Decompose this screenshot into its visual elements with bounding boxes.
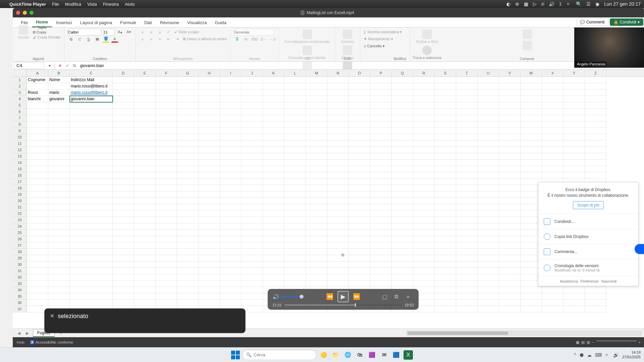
sheet-nav-prev-icon[interactable]: ◀ <box>16 331 22 336</box>
cell[interactable] <box>48 223 70 230</box>
cell[interactable] <box>241 160 263 166</box>
cell[interactable] <box>134 223 156 230</box>
cell[interactable] <box>27 287 48 293</box>
cell[interactable] <box>134 109 156 115</box>
cell[interactable] <box>48 179 70 185</box>
row-header[interactable]: 32 <box>13 274 27 281</box>
cell[interactable] <box>113 198 134 204</box>
tab-page-layout[interactable]: Layout di pagina <box>76 18 116 27</box>
taskbar-search[interactable]: 🔍 Cerca <box>243 350 316 360</box>
cell[interactable] <box>542 89 564 96</box>
cell[interactable] <box>263 217 284 223</box>
cell[interactable] <box>478 255 499 261</box>
cell[interactable] <box>134 249 156 255</box>
cell[interactable] <box>435 172 456 179</box>
cell[interactable] <box>456 204 478 210</box>
row-header[interactable]: 26 <box>13 236 27 242</box>
cell[interactable] <box>456 77 478 83</box>
menubar-edit[interactable]: Modifica <box>65 2 81 7</box>
cell[interactable] <box>413 179 435 185</box>
row-header[interactable]: 31 <box>13 268 27 274</box>
menubar-status-icon[interactable]: ⊚ <box>515 1 519 7</box>
cell[interactable] <box>349 121 370 128</box>
row-header[interactable]: 14 <box>13 160 27 166</box>
cell[interactable] <box>48 134 70 140</box>
cell[interactable] <box>435 230 456 236</box>
cell[interactable] <box>199 300 220 306</box>
row-header[interactable]: 19 <box>13 191 27 198</box>
cell[interactable] <box>156 249 177 255</box>
cell[interactable] <box>263 160 284 166</box>
align-middle-icon[interactable]: ≡ <box>148 29 155 36</box>
cell[interactable] <box>241 230 263 236</box>
cell[interactable] <box>241 109 263 115</box>
cell[interactable] <box>70 191 113 198</box>
cell[interactable] <box>48 236 70 242</box>
cell[interactable] <box>435 153 456 160</box>
play-button[interactable]: ▶ <box>337 291 349 302</box>
cell[interactable] <box>70 274 113 281</box>
cell[interactable] <box>478 160 499 166</box>
cell[interactable] <box>284 179 306 185</box>
cell[interactable] <box>413 281 435 287</box>
cell[interactable] <box>241 179 263 185</box>
cell[interactable] <box>27 268 48 274</box>
decrease-decimal-icon[interactable]: ←.0 <box>269 36 275 43</box>
menubar-bluetooth-icon[interactable]: ᛒ <box>559 1 562 7</box>
cell[interactable] <box>456 255 478 261</box>
cell[interactable] <box>435 102 456 109</box>
cell[interactable] <box>435 217 456 223</box>
border-button[interactable]: ▦ <box>94 36 101 43</box>
cell[interactable] <box>70 281 113 287</box>
column-header[interactable]: R <box>413 70 435 76</box>
cell[interactable] <box>392 121 413 128</box>
cell[interactable] <box>435 204 456 210</box>
cell[interactable] <box>327 281 349 287</box>
cell[interactable] <box>284 191 306 198</box>
formula-input[interactable]: giovanni.bian <box>78 63 644 69</box>
cell[interactable] <box>70 153 113 160</box>
volume-slider[interactable] <box>280 296 304 297</box>
cell[interactable] <box>177 293 199 300</box>
cell[interactable] <box>413 242 435 249</box>
increase-font-icon[interactable]: A▴ <box>117 29 123 36</box>
cell[interactable] <box>478 274 499 281</box>
taskbar-app-icon[interactable]: 🟪 <box>367 350 377 360</box>
cell[interactable] <box>113 300 134 306</box>
cell[interactable] <box>134 134 156 140</box>
cell[interactable] <box>177 147 199 153</box>
tray-app-icon[interactable]: ⬣ <box>580 352 584 358</box>
cell[interactable] <box>220 191 241 198</box>
tab-help[interactable]: Guida <box>211 18 230 27</box>
row-header[interactable]: 6 <box>13 109 27 115</box>
cell[interactable] <box>134 198 156 204</box>
cell[interactable] <box>435 306 456 312</box>
cell[interactable] <box>585 83 606 89</box>
row-header[interactable]: 35 <box>13 293 27 300</box>
cell[interactable] <box>456 293 478 300</box>
cell[interactable] <box>499 153 521 160</box>
cell[interactable] <box>134 287 156 293</box>
dropbox-help-link[interactable]: Assistenza <box>560 279 578 283</box>
increase-decimal-icon[interactable]: .0→ <box>260 36 267 43</box>
comma-icon[interactable]: 000 <box>251 36 258 43</box>
cancel-formula-icon[interactable]: ✕ <box>56 63 63 68</box>
cell[interactable] <box>113 210 134 217</box>
cell[interactable] <box>478 204 499 210</box>
row-header[interactable]: 7 <box>13 115 27 121</box>
cell[interactable] <box>456 287 478 293</box>
cell[interactable] <box>542 153 564 160</box>
cell[interactable] <box>585 147 606 153</box>
cell[interactable] <box>499 191 521 198</box>
cell[interactable] <box>70 261 113 268</box>
cell[interactable] <box>456 249 478 255</box>
cell[interactable] <box>349 281 370 287</box>
cell[interactable] <box>199 230 220 236</box>
cell[interactable] <box>542 300 564 306</box>
cell[interactable] <box>199 204 220 210</box>
cell[interactable] <box>113 96 134 102</box>
cell[interactable] <box>70 242 113 249</box>
cell[interactable] <box>521 306 542 312</box>
row-header[interactable]: 11 <box>13 140 27 147</box>
taskbar-excel-icon[interactable]: X <box>404 350 413 360</box>
